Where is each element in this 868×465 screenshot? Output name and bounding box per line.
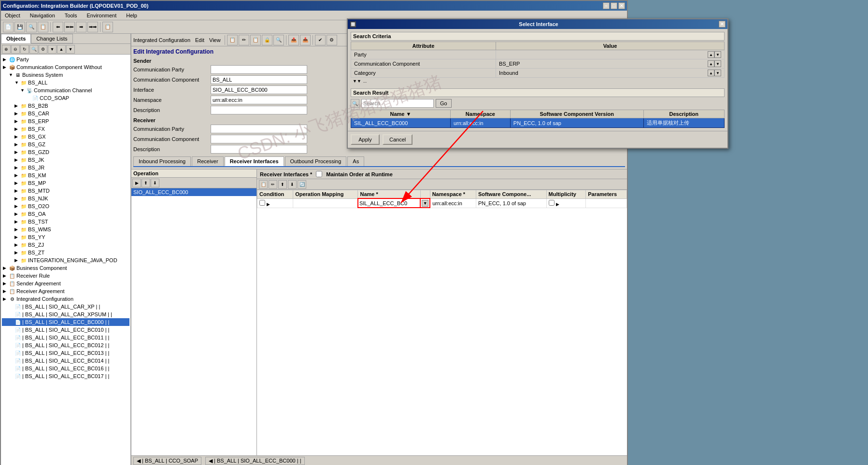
tree-item-bs-jk[interactable]: ▶ 📁 BS_JK <box>2 156 129 164</box>
close-button[interactable]: ✕ <box>618 2 625 9</box>
tree-item-bs-mp[interactable]: ▶ 📁 BS_MP <box>2 179 129 187</box>
tree-item-bs-zj[interactable]: ▶ 📁 BS_ZJ <box>2 241 129 249</box>
toolbar-btn-2[interactable]: 💾 <box>14 22 25 32</box>
tree-item-bs-wms[interactable]: ▶ 📁 BS_WMS <box>2 225 129 233</box>
tree-item-bs-jr[interactable]: ▶ 📁 BS_JR <box>2 164 129 171</box>
cat-scroll-up[interactable]: ▲ <box>708 70 714 76</box>
tree-item-ic-ecc-bc010[interactable]: 📄 | BS_ALL | SIO_ALL_ECC_BC010 | | <box>2 326 129 334</box>
tree-item-bs-km[interactable]: ▶ 📁 BS_KM <box>2 171 129 179</box>
ri-btn-1[interactable]: 📋 <box>259 180 268 189</box>
multiplicity-checkbox[interactable] <box>549 200 555 206</box>
tree-item-sender-agreement[interactable]: ▶ 📋 Sender Agreement <box>2 280 129 287</box>
party-scroll-down[interactable]: ▼ <box>714 51 721 58</box>
toolbar-btn-1[interactable]: 📄 <box>3 22 14 32</box>
op-btn-2[interactable]: ⬆ <box>142 179 150 187</box>
tab-objects[interactable]: Objects <box>1 34 31 43</box>
tree-item-cco-soap[interactable]: 📄 CCO_SOAP <box>2 94 129 102</box>
go-button[interactable]: Go <box>436 99 452 108</box>
tree-item-ic-car-xp[interactable]: 📄 | BS_ALL | SIO_ALL_CAR_XP | | <box>2 303 129 310</box>
tree-btn-filter[interactable]: 🔍 <box>29 45 38 54</box>
menu-environment[interactable]: Environment <box>85 12 118 19</box>
toolbar-btn-4[interactable]: 📋 <box>38 22 48 32</box>
tree-item-ic-ecc-bc011[interactable]: 📄 | BS_ALL | SIO_ALL_ECC_BC011 | | <box>2 334 129 341</box>
cc-scroll-up[interactable]: ▲ <box>708 60 714 67</box>
tree-item-ic-ecc-bc014[interactable]: 📄 | BS_ALL | SIO_ALL_ECC_BC014 | | <box>2 357 129 365</box>
menu-tools[interactable]: Tools <box>63 12 79 19</box>
sender-namespace-input[interactable] <box>211 96 307 104</box>
tree-item-bs-mtd[interactable]: ▶ 📁 BS_MTD <box>2 187 129 195</box>
tree-item-ic-ecc-bc000[interactable]: 📄 | BS_ALL | SIO_ALL_ECC_BC000 | | <box>2 318 129 326</box>
rt-btn-7[interactable]: 📥 <box>300 35 311 45</box>
result-col-name[interactable]: Name ▼ <box>351 110 451 118</box>
rt-btn-5[interactable]: 🔍 <box>273 35 284 45</box>
cat-scroll-down[interactable]: ▼ <box>714 70 721 76</box>
toolbar-btn-8[interactable]: ➡➡ <box>87 22 98 32</box>
recv-comm-component-input[interactable] <box>211 135 307 143</box>
tree-item-ic-ecc-bc016[interactable]: 📄 | BS_ALL | SIO_ALL_ECC_BC016 | | <box>2 365 129 372</box>
rt-btn-4[interactable]: 🔒 <box>262 35 272 45</box>
tree-btn-scroll-up[interactable]: ▲ <box>57 45 66 54</box>
ri-cell-name-btn[interactable]: ▼ <box>420 198 430 208</box>
toolbar-btn-7[interactable]: ➡ <box>76 22 86 32</box>
minimize-button[interactable]: − <box>603 2 610 9</box>
ri-btn-5[interactable]: 🔄 <box>298 180 306 189</box>
tree-item-bs-gx[interactable]: ▶ 📁 BS_GX <box>2 133 129 141</box>
tree-item-receiver-agreement[interactable]: ▶ 📋 Receiver Agreement <box>2 287 129 295</box>
toolbar-btn-6[interactable]: ⬅⬅ <box>64 22 75 32</box>
rt-btn-6[interactable]: 📤 <box>288 35 299 45</box>
tree-item-ic-ecc-bc012[interactable]: 📄 | BS_ALL | SIO_ALL_ECC_BC012 | | <box>2 341 129 349</box>
tree-item-bs-zt[interactable]: ▶ 📁 BS_ZT <box>2 249 129 256</box>
maintain-order-checkbox[interactable] <box>316 171 322 177</box>
tab-inbound[interactable]: Inbound Processing <box>133 156 191 166</box>
toolbar-btn-5[interactable]: ⬅ <box>53 22 63 32</box>
row-checkbox[interactable] <box>259 200 265 206</box>
tree-btn-expand[interactable]: ⊕ <box>2 45 11 54</box>
recv-description-input[interactable] <box>211 145 307 154</box>
status-cco-soap[interactable]: ◀ | BS_ALL | CCO_SOAP <box>133 457 201 465</box>
ri-btn-3[interactable]: ⬆ <box>278 180 287 189</box>
ri-btn-2[interactable]: ✏ <box>269 180 277 189</box>
tree-item-ic-car-xpsum[interactable]: 📄 | BS_ALL | SIO_ALL_CAR_XPSUM | | <box>2 310 129 318</box>
sender-description-input[interactable] <box>211 106 307 114</box>
rt-btn-3[interactable]: 📋 <box>250 35 261 45</box>
rt-btn-2[interactable]: ✏ <box>239 35 249 45</box>
op-row-sio-ecc-bc000[interactable]: SIO_ALL_ECC_BC000 <box>131 188 256 196</box>
tree-btn-settings[interactable]: ⚙ <box>39 45 47 54</box>
apply-button[interactable]: Apply <box>351 134 380 145</box>
sender-comm-party-input[interactable] <box>211 65 307 74</box>
menu-object[interactable]: Object <box>3 12 22 19</box>
toolbar-edit-label[interactable]: Edit <box>193 37 206 43</box>
tree-item-ic-ecc-bc017[interactable]: 📄 | BS_ALL | SIO_ALL_ECC_BC017 | | <box>2 372 129 380</box>
tab-receiver[interactable]: Receiver <box>192 156 223 166</box>
tree-item-integrated-config[interactable]: ▶ ⚙ Integrated Configuration <box>2 295 129 303</box>
search-bar-icon-btn[interactable]: 🔍 <box>351 99 359 108</box>
tree-item-bs-all[interactable]: ▼ 📁 BS_ALL <box>2 79 129 86</box>
op-btn-1[interactable]: ▶ <box>132 179 141 187</box>
op-btn-3[interactable]: ⬇ <box>151 179 159 187</box>
tree-item-bs[interactable]: ▼ 🖥 Business System <box>2 71 129 79</box>
tree-item-business-component[interactable]: ▶ 📦 Business Component <box>2 264 129 272</box>
tree-item-bs-gz[interactable]: ▶ 📁 BS_GZ <box>2 141 129 148</box>
tree-item-comm-comp-without[interactable]: ▶ 📦 Communication Component Without <box>2 63 129 71</box>
cancel-button[interactable]: Cancel <box>383 134 413 145</box>
cc-scroll-down[interactable]: ▼ <box>714 60 721 67</box>
tree-item-bs-gzd[interactable]: ▶ 📁 BS_GZD <box>2 148 129 156</box>
toolbar-btn-3[interactable]: 🔍 <box>26 22 37 32</box>
tree-item-bs-tst[interactable]: ▶ 📁 BS_TST <box>2 218 129 225</box>
result-row-1[interactable]: SIL_ALL_ECC_BC000 urn:all:ecc:in PN_ECC,… <box>351 118 725 128</box>
name-lookup-btn[interactable]: ▼ <box>422 200 428 207</box>
tree-item-ic-ecc-bc013[interactable]: 📄 | BS_ALL | SIO_ALL_ECC_BC013 | | <box>2 349 129 357</box>
tab-as[interactable]: As <box>347 156 364 166</box>
toolbar-view-label[interactable]: View <box>207 37 223 43</box>
sender-comm-component-input[interactable] <box>211 75 307 84</box>
tree-btn-collapse[interactable]: ⊖ <box>11 45 20 54</box>
tree-item-receiver-rule[interactable]: ▶ 📋 Receiver Rule <box>2 272 129 280</box>
rt-btn-8[interactable]: ✔ <box>315 35 326 45</box>
ri-btn-4[interactable]: ⬇ <box>288 180 297 189</box>
tab-receiver-interfaces[interactable]: Receiver Interfaces <box>225 156 284 166</box>
party-scroll-up[interactable]: ▲ <box>708 51 714 58</box>
tree-item-bs-fx[interactable]: ▶ 📁 BS_FX <box>2 125 129 133</box>
tree-item-party[interactable]: ▶ 🌐 Party <box>2 56 129 63</box>
recv-comm-party-input[interactable] <box>211 125 307 133</box>
tree-item-bs-yy[interactable]: ▶ 📁 BS_YY <box>2 233 129 241</box>
